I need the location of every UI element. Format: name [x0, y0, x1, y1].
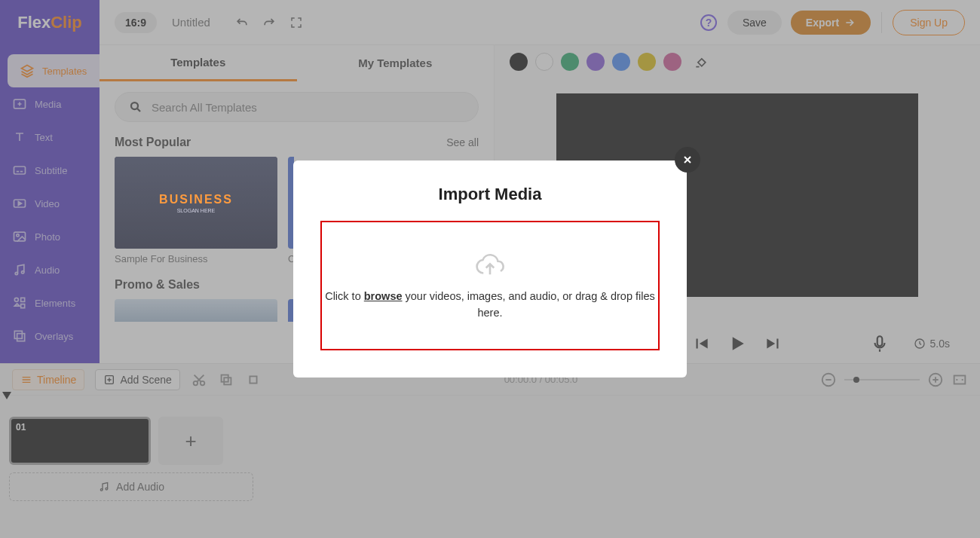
thumb-title: BUSINESS [159, 193, 233, 206]
import-media-modal: Import Media Click to browse your videos… [293, 160, 687, 378]
close-icon [681, 154, 694, 166]
close-modal-button[interactable] [675, 147, 700, 173]
modal-overlay[interactable]: Import Media Click to browse your videos… [0, 0, 980, 538]
modal-title: Import Media [320, 185, 660, 204]
thumb-subtitle: SLOGAN HERE [177, 208, 216, 213]
upload-dropzone[interactable]: Click to browse your videos, images, and… [320, 221, 660, 350]
cloud-upload-icon [474, 249, 506, 281]
dropzone-text: Click to browse your videos, images, and… [322, 289, 658, 322]
